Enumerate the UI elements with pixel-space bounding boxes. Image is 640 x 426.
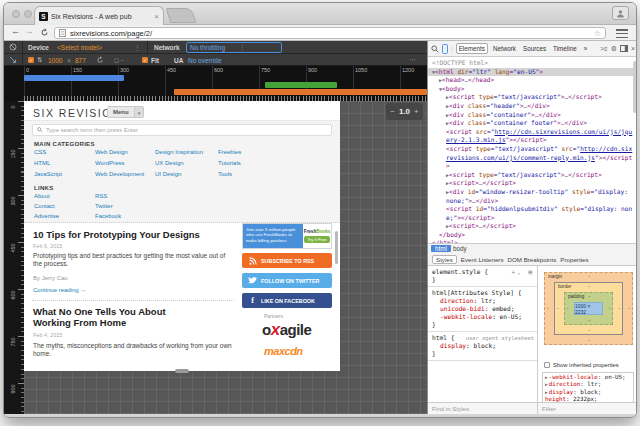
dom-tree-node[interactable]: <!DOCTYPE html> bbox=[428, 59, 637, 68]
devtools-scrollbar-thumb[interactable] bbox=[633, 61, 637, 113]
close-window-icon[interactable] bbox=[12, 10, 20, 18]
minimize-window-icon[interactable] bbox=[24, 10, 32, 18]
page-link[interactable]: Facebook bbox=[95, 213, 121, 219]
viewport-resize-handle[interactable] bbox=[175, 369, 189, 373]
search-input[interactable]: Type search term then press Enter bbox=[32, 124, 332, 136]
console-drawer-icon[interactable]: >≡ bbox=[600, 45, 607, 52]
style-rule-section[interactable]: html {user agent stylesheetdisplay: bloc… bbox=[428, 332, 537, 361]
page-link[interactable]: Web Design bbox=[95, 149, 128, 155]
page-link[interactable]: Contact bbox=[34, 203, 55, 209]
fit-checkbox[interactable]: ✓ bbox=[142, 57, 148, 63]
dom-tree-node[interactable]: ▶<script>…</script> bbox=[428, 222, 637, 231]
page-link[interactable]: Advertise bbox=[34, 213, 59, 219]
tab-styles[interactable]: Styles bbox=[432, 255, 457, 264]
zoom-in-icon[interactable]: + bbox=[414, 107, 419, 116]
dom-tree-node[interactable]: ▼<body> bbox=[428, 85, 637, 94]
dom-tree-node[interactable]: ▼<html dir="ltr" lang="en-US"> bbox=[428, 68, 637, 77]
page-link[interactable]: HTML bbox=[34, 160, 50, 166]
back-button[interactable]: ← bbox=[11, 26, 20, 36]
subscribe-to-rss-button[interactable]: SUBSCRIBE TO RSS bbox=[242, 253, 332, 268]
resolution-checkbox[interactable]: ✓ bbox=[28, 57, 34, 63]
page-link[interactable]: JavaScript bbox=[34, 171, 62, 177]
page-link[interactable]: Freebies bbox=[218, 149, 241, 155]
tab-dom-breakpoints[interactable]: DOM Breakpoints bbox=[508, 256, 557, 263]
like-on-facebook-button[interactable]: fLIKE ON FACEBOOK bbox=[242, 293, 332, 308]
article-title[interactable]: What No One Tells You About Working From… bbox=[33, 306, 203, 328]
more-tabs-icon[interactable]: » bbox=[582, 44, 590, 53]
computed-property[interactable]: ▶-webkit-locale: en-US; bbox=[545, 374, 631, 381]
viewport-width-field[interactable]: 1000 bbox=[48, 57, 62, 64]
ua-override-value[interactable]: No override bbox=[188, 57, 222, 64]
tab-network[interactable]: Network bbox=[491, 44, 518, 53]
device-pixel-ratio-select[interactable]: ▢ – bbox=[114, 57, 124, 63]
dom-tree-node[interactable]: ▶<div class="container footer">…</div> bbox=[428, 119, 637, 128]
page-link[interactable]: Design Inspiration bbox=[155, 149, 203, 155]
page-link[interactable]: About bbox=[34, 193, 50, 199]
chrome-menu-button[interactable] bbox=[616, 29, 628, 38]
reset-viewport-icon[interactable] bbox=[96, 56, 104, 64]
styles-filter-input[interactable]: Find in Styles bbox=[428, 403, 538, 414]
media-query-bar[interactable] bbox=[265, 82, 338, 88]
dom-tree-node[interactable]: ▶<div id="window-resizer-tooltip" style=… bbox=[428, 188, 637, 205]
dom-tree-node[interactable]: ▶<head>…</head> bbox=[428, 76, 637, 85]
tab-event-listeners[interactable]: Event Listeners bbox=[461, 256, 504, 263]
dom-tree-node[interactable]: <script type="text/javascript" src="http… bbox=[428, 145, 637, 171]
page-link[interactable]: Web Development bbox=[95, 171, 144, 177]
dom-tree-node[interactable]: ▶<script type="text/javascript">…</scrip… bbox=[428, 171, 637, 180]
maxcdn-logo[interactable]: maxcdn bbox=[264, 345, 303, 357]
new-style-rule-button[interactable]: +, ▤ bbox=[512, 268, 534, 276]
page-link[interactable]: Tools bbox=[218, 171, 232, 177]
dom-tree-node[interactable]: ▶<script type="text/javascript">…</scrip… bbox=[428, 93, 637, 102]
disable-emulation-icon[interactable] bbox=[4, 41, 23, 53]
device-dropdown-icon[interactable]: ⋮ bbox=[134, 44, 141, 52]
page-link[interactable]: WordPress bbox=[95, 160, 125, 166]
profile-button[interactable] bbox=[612, 6, 629, 20]
dom-tree-node[interactable]: ▶<script>…</script> bbox=[428, 179, 637, 188]
reload-button[interactable] bbox=[40, 28, 49, 37]
tab-timeline[interactable]: Timeline bbox=[551, 44, 579, 53]
dom-tree-node[interactable]: </body> bbox=[428, 231, 637, 240]
browser-tab[interactable]: S Six Revisions - A web pub × bbox=[34, 6, 164, 25]
breadcrumb-html[interactable]: html bbox=[431, 245, 451, 252]
page-link[interactable]: UX Design bbox=[155, 160, 184, 166]
page-link[interactable]: Tutorials bbox=[218, 160, 241, 166]
tab-properties[interactable]: Properties bbox=[560, 256, 588, 263]
style-rule-section[interactable]: html[Attributes Style] {direction: ltr;u… bbox=[428, 287, 537, 332]
style-rule-section[interactable]: element.style {}+, ▤ bbox=[428, 266, 537, 287]
breadcrumb-body[interactable]: body bbox=[453, 245, 467, 252]
computed-property[interactable]: ▶display: block; bbox=[545, 389, 631, 396]
viewport-height-field[interactable]: 877 bbox=[75, 57, 86, 64]
dom-tree-node[interactable]: <script src="http://cdn.sixrevisions.com… bbox=[428, 128, 637, 145]
device-mode-icon[interactable] bbox=[442, 44, 448, 54]
page-scrollbar-thumb[interactable] bbox=[335, 231, 338, 264]
continue-reading-link[interactable]: Continue reading → bbox=[33, 287, 86, 293]
page-link[interactable]: Twitter bbox=[95, 203, 113, 209]
page-zoom-control[interactable]: − 1.0 + bbox=[386, 103, 423, 120]
forward-button[interactable]: → bbox=[25, 26, 34, 36]
zoom-out-icon[interactable]: − bbox=[390, 107, 395, 116]
freshbooks-ad-banner[interactable]: Join over 5 million people who use Fresh… bbox=[242, 223, 332, 249]
show-inherited-checkbox[interactable] bbox=[544, 362, 550, 368]
page-link[interactable]: RSS bbox=[95, 193, 107, 199]
new-tab-button[interactable] bbox=[166, 8, 197, 23]
device-model-select[interactable]: <Select model> bbox=[57, 44, 102, 51]
dock-side-icon[interactable] bbox=[620, 45, 628, 52]
page-link[interactable]: CSS bbox=[34, 149, 46, 155]
computed-property[interactable]: ▶direction: ltr; bbox=[545, 381, 631, 388]
media-query-bar[interactable] bbox=[24, 75, 124, 81]
media-query-bar[interactable] bbox=[174, 89, 427, 95]
follow-on-twitter-button[interactable]: FOLLOW ON TWITTER bbox=[242, 273, 332, 288]
article-title[interactable]: 10 Tips for Prototyping Your Designs bbox=[33, 229, 200, 240]
oxagile-logo[interactable]: oxagile bbox=[262, 320, 311, 340]
tab-elements[interactable]: Elements bbox=[456, 43, 488, 54]
menu-button[interactable]: Menu ▾ bbox=[107, 106, 144, 118]
tab-sources[interactable]: Sources bbox=[521, 44, 548, 53]
inspect-element-icon[interactable] bbox=[431, 45, 439, 53]
tab-close-icon[interactable]: × bbox=[154, 12, 159, 21]
box-model-diagram[interactable]: margin -- -- border -- -- padding -- - bbox=[544, 272, 633, 345]
swap-dimensions-icon[interactable]: ⇅ bbox=[37, 56, 42, 64]
url-field[interactable]: sixrevisions.com/page/2/ ☆ bbox=[54, 27, 606, 39]
bookmark-star-icon[interactable]: ☆ bbox=[594, 29, 601, 38]
dom-tree-node[interactable]: ▶<div class="container">…</div> bbox=[428, 111, 637, 120]
computed-filter-input[interactable]: Filter bbox=[538, 403, 560, 414]
